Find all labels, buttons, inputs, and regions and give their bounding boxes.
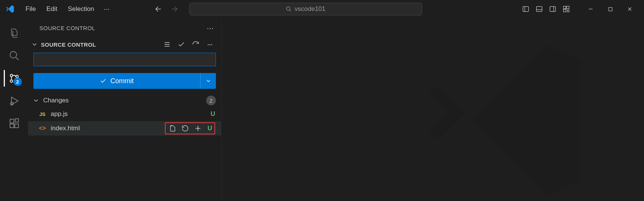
svg-rect-4 <box>564 6 566 9</box>
activity-run-debug[interactable] <box>4 90 25 111</box>
svg-point-10 <box>10 74 12 76</box>
sidebar-more-icon[interactable]: ··· <box>207 24 214 32</box>
source-control-sidebar: SOURCE CONTROL ··· SOURCE CONTROL ··· Co… <box>28 18 222 201</box>
svg-rect-7 <box>567 10 569 12</box>
file-row[interactable]: JS app.js U <box>28 107 221 121</box>
chevron-down-icon <box>30 40 39 49</box>
sidebar-header: SOURCE CONTROL ··· <box>28 18 221 38</box>
menu-edit[interactable]: Edit <box>42 3 62 15</box>
js-file-icon: JS <box>39 111 46 117</box>
toggle-panel-icon[interactable] <box>534 3 545 15</box>
activity-search[interactable] <box>4 45 25 66</box>
changes-header[interactable]: Changes 2 <box>28 94 221 107</box>
svg-point-9 <box>10 52 17 58</box>
vscode-logo-icon <box>5 4 15 14</box>
window-maximize-icon[interactable] <box>600 1 620 17</box>
scm-section-title: SOURCE CONTROL <box>41 41 96 48</box>
check-icon <box>100 78 107 84</box>
nav-back-icon[interactable] <box>152 3 164 15</box>
commit-dropdown[interactable] <box>200 73 216 89</box>
menu-more-icon[interactable]: ··· <box>100 3 113 15</box>
menubar: File Edit Selection ··· <box>21 3 113 15</box>
svg-point-0 <box>287 7 290 10</box>
sidebar-title: SOURCE CONTROL <box>39 25 95 31</box>
customize-layout-icon[interactable] <box>561 3 572 15</box>
commit-message-input[interactable] <box>33 53 216 66</box>
commit-check-icon[interactable] <box>177 40 186 49</box>
view-as-tree-icon[interactable] <box>163 40 172 49</box>
vscode-watermark-icon <box>411 26 599 201</box>
svg-rect-17 <box>15 119 18 122</box>
discard-changes-icon[interactable] <box>181 124 190 133</box>
file-status: U <box>211 110 215 118</box>
commit-button[interactable]: Commit <box>33 73 200 89</box>
window-minimize-icon[interactable] <box>581 1 600 17</box>
scm-section-header[interactable]: SOURCE CONTROL ··· <box>28 38 221 51</box>
file-row[interactable]: <> index.html U <box>28 121 221 136</box>
svg-rect-3 <box>550 6 556 11</box>
command-center[interactable]: vscode101 <box>189 3 422 15</box>
refresh-icon[interactable] <box>191 40 200 49</box>
file-name: app.js <box>51 110 68 118</box>
search-icon <box>286 6 292 12</box>
svg-rect-1 <box>523 6 529 11</box>
window-close-icon[interactable] <box>620 1 639 17</box>
nav-buttons <box>152 3 180 15</box>
file-actions-highlight: U <box>165 122 215 134</box>
svg-rect-5 <box>567 6 569 9</box>
toggle-primary-sidebar-icon[interactable] <box>520 3 531 15</box>
activity-extensions[interactable] <box>4 113 25 134</box>
svg-rect-8 <box>608 7 612 11</box>
open-file-icon[interactable] <box>168 124 177 133</box>
toggle-secondary-sidebar-icon[interactable] <box>547 3 558 15</box>
chevron-down-icon <box>32 96 40 105</box>
nav-forward-icon[interactable] <box>168 3 180 15</box>
svg-rect-14 <box>10 119 14 123</box>
svg-rect-2 <box>537 6 542 11</box>
command-center-text: vscode101 <box>295 5 326 13</box>
stage-changes-icon[interactable] <box>193 124 202 133</box>
layout-buttons <box>520 3 572 15</box>
changes-count: 2 <box>206 96 216 105</box>
window-controls <box>581 1 639 17</box>
scm-more-icon[interactable]: ··· <box>205 40 214 49</box>
scm-badge: 2 <box>14 78 22 86</box>
activity-source-control[interactable]: 2 <box>4 68 25 89</box>
svg-rect-16 <box>15 124 18 128</box>
svg-rect-15 <box>10 124 14 128</box>
html-file-icon: <> <box>39 125 46 132</box>
menu-file[interactable]: File <box>21 3 40 15</box>
title-bar: File Edit Selection ··· vscode101 <box>0 0 644 18</box>
activity-explorer[interactable] <box>4 23 25 44</box>
file-name: index.html <box>51 125 80 132</box>
editor-area <box>222 18 644 201</box>
changes-label: Changes <box>43 97 69 104</box>
file-status: U <box>208 125 212 132</box>
chevron-down-icon <box>205 78 211 84</box>
activity-bar: 2 <box>0 18 28 201</box>
svg-point-11 <box>10 80 12 82</box>
commit-button-label: Commit <box>110 77 134 85</box>
menu-selection[interactable]: Selection <box>63 3 99 15</box>
svg-rect-6 <box>564 9 566 12</box>
